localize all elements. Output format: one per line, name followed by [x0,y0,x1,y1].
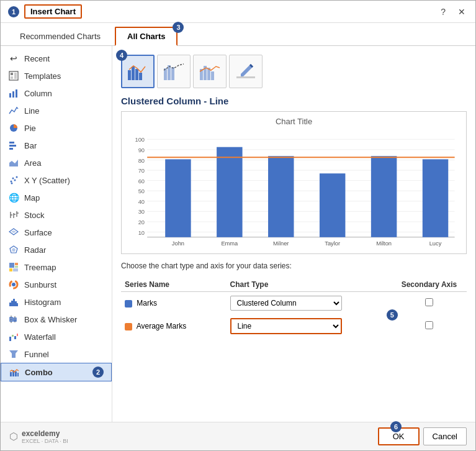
cancel-button[interactable]: Cancel [423,427,467,445]
chart-type-btn-3[interactable] [193,55,227,88]
svg-text:10: 10 [138,230,145,236]
svg-rect-50 [10,372,12,376]
sidebar-item-label: Bar [24,141,37,150]
chart-type-icons-row: 4 [121,55,467,88]
sidebar-item-treemap[interactable]: Treemap [1,258,112,276]
tab-recommended[interactable]: Recommended Charts [8,27,112,45]
series-charttype-avgmarks[interactable]: Line Clustered Column Stacked Column Are… [227,314,392,338]
sidebar-item-stock[interactable]: Stock [1,206,112,224]
svg-rect-91 [268,156,294,237]
series-color-dot-marks [125,300,132,308]
svg-text:Taylor: Taylor [325,240,340,247]
svg-rect-45 [9,337,11,341]
col-header-charttype: Chart Type [227,278,392,292]
sidebar-item-waterfall[interactable]: Waterfall [1,328,112,345]
sidebar-item-label: Funnel [24,350,49,359]
table-row: Marks Clustered Column Stacked Column Li… [121,292,467,315]
funnel-icon [8,348,19,360]
sidebar-item-histogram[interactable]: Histogram [1,293,112,311]
sidebar-item-label: Box & Whisker [24,315,77,324]
sidebar-item-label: Combo [25,368,53,377]
tab-allcharts[interactable]: All Charts [115,27,177,46]
tabs-row: Recommended Charts All Charts 3 [1,23,475,46]
sidebar-item-pie[interactable]: Pie [1,119,112,137]
chart-type-btn-2[interactable] [157,55,191,88]
close-button[interactable]: ✕ [456,6,468,18]
svg-point-13 [12,178,14,180]
badge-2: 2 [92,367,104,378]
series-name-marks: Marks [121,292,227,315]
svg-rect-59 [168,65,171,80]
sidebar-item-label: Stock [24,211,45,220]
boxwhisker-icon [8,314,19,325]
table-row: Average Marks Line Clustered Column Stac… [121,314,467,338]
svg-text:Lucy: Lucy [429,240,442,247]
sidebar-item-area[interactable]: Area [1,154,112,171]
svg-rect-3 [14,73,17,79]
svg-rect-28 [15,263,18,265]
svg-rect-65 [236,76,255,78]
chart-type-select-avgmarks[interactable]: Line Clustered Column Stacked Column Are… [230,318,342,334]
chart-preview-title: Chart Title [127,117,461,126]
secondary-axis-marks[interactable] [392,292,467,315]
series-charttype-marks[interactable]: Clustered Column Stacked Column Line Are… [227,292,392,315]
footer-buttons: 6 OK Cancel [378,427,467,445]
sidebar-item-label: Recent [24,54,50,63]
sidebar-item-sunburst[interactable]: Sunburst [1,276,112,293]
secondary-axis-checkbox-avgmarks[interactable] [425,321,433,329]
sidebar-item-label: X Y (Scatter) [24,176,70,185]
chart-type-btn-clustered-column-line[interactable] [121,55,155,88]
svg-rect-37 [15,301,17,306]
sidebar-item-column[interactable]: Column [1,84,112,102]
sidebar-item-funnel[interactable]: Funnel [1,345,112,363]
footer-bar: ⬡ exceldemy EXCEL · DATA · BI 6 OK Cance… [1,422,475,450]
sidebar-item-boxwhisker[interactable]: Box & Whisker [1,311,112,328]
svg-rect-10 [9,148,13,150]
svg-rect-38 [17,303,18,306]
col-header-secondaryaxis: Secondary Axis [392,278,467,292]
radar-icon [8,244,19,255]
secondary-axis-checkbox-marks[interactable] [425,298,433,306]
area-icon [8,157,19,168]
svg-rect-93 [371,156,397,237]
svg-marker-26 [12,248,16,252]
chart-type-select-marks[interactable]: Clustered Column Stacked Column Line Are… [230,296,342,311]
svg-text:Emma: Emma [221,240,238,247]
svg-text:40: 40 [138,199,145,205]
sidebar-item-map[interactable]: 🌐 Map [1,189,112,206]
svg-text:Milton: Milton [376,240,392,247]
sidebar-item-combo[interactable]: Combo 2 [1,363,112,381]
svg-text:100: 100 [135,137,145,143]
sidebar-item-line[interactable]: Line [1,102,112,119]
stock-icon [8,209,19,221]
recent-icon: ↩ [8,53,19,64]
sidebar-item-label: Pie [24,124,36,133]
svg-rect-1 [11,73,13,75]
svg-rect-34 [9,303,11,306]
chart-preview: Chart Title 100 90 80 70 60 50 40 30 20 … [121,111,467,254]
sidebar-item-bar[interactable]: Bar [1,137,112,154]
sidebar-item-surface[interactable]: Surface [1,224,112,241]
sidebar-item-scatter[interactable]: X Y (Scatter) [1,171,112,189]
sidebar-item-templates[interactable]: Templates [1,67,112,84]
svg-rect-8 [9,142,14,144]
sidebar-item-label: Treemap [24,263,56,272]
badge-1: 1 [8,6,19,17]
secondary-axis-avgmarks[interactable] [392,314,467,338]
templates-icon [8,70,19,81]
svg-rect-60 [171,67,174,80]
title-bar-left: 1 Insert Chart [8,4,82,19]
svg-marker-24 [11,230,16,233]
svg-marker-11 [9,160,18,166]
series-color-dot-avgmarks [125,323,132,330]
series-config-label: Choose the chart type and axis for your … [121,262,467,270]
sidebar-item-recent[interactable]: ↩ Recent [1,50,112,67]
svg-rect-48 [17,334,18,336]
svg-point-12 [11,181,12,183]
help-button[interactable]: ? [438,6,448,18]
sidebar-item-label: Surface [24,228,52,237]
chart-type-btn-custom[interactable] [229,55,263,88]
sidebar-item-radar[interactable]: Radar [1,241,112,258]
sidebar-item-label: Column [24,89,52,98]
brand-name: exceldemy [22,429,68,438]
